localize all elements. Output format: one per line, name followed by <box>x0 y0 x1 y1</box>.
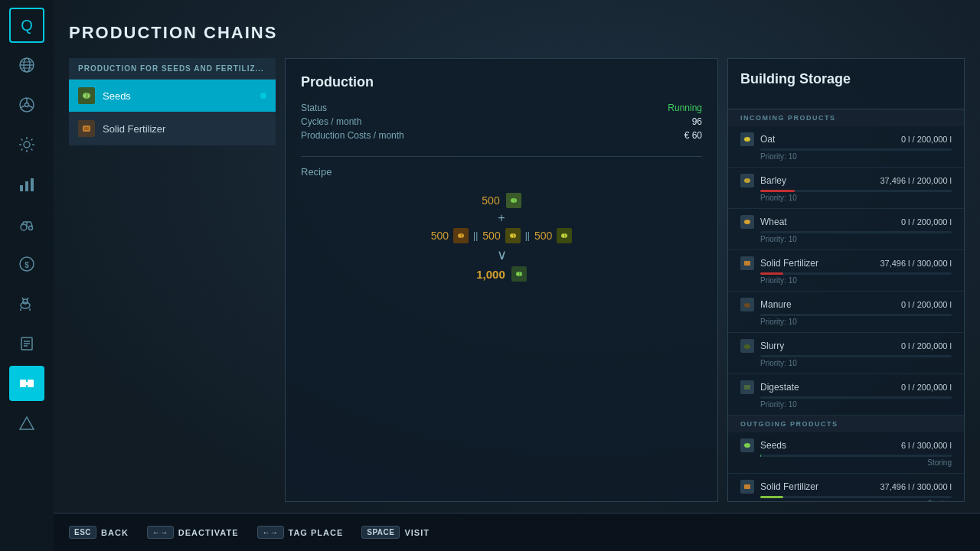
hotkey-back: ESC BACK <box>69 526 129 539</box>
wheat-name: Wheat <box>760 217 895 227</box>
svg-rect-51 <box>744 261 750 266</box>
output-amount: 1,000 <box>476 268 505 281</box>
storage-item-wheat: Wheat 0 l / 200,000 l Priority: 10 <box>728 209 964 250</box>
svg-marker-39 <box>20 417 34 429</box>
finance-icon: $ <box>18 256 35 272</box>
oat-priority: Priority: 10 <box>760 152 952 161</box>
tagplace-label: TAG PLACE <box>289 528 344 537</box>
bottom-bar: ESC BACK ←→ DEACTIVATE ←→ TAG PLACE SPAC… <box>54 513 980 551</box>
incoming-section-label: INCOMING PRODUCTS <box>728 109 964 126</box>
manure-amount: 0 l / 200,000 l <box>901 300 952 309</box>
fertilizer-item-name: Solid Fertilizer <box>103 123 266 135</box>
svg-point-6 <box>25 103 29 107</box>
seeds-out-bar <box>760 455 761 457</box>
svg-line-16 <box>31 149 33 151</box>
svg-rect-56 <box>744 484 750 489</box>
building-storage-title: Building Storage <box>740 71 952 87</box>
land-icon <box>18 415 35 432</box>
storage-item-barley: Barley 37,496 l / 200,000 l Priority: 10 <box>728 168 964 209</box>
recipe-flow: 500 + 500 <box>301 193 702 282</box>
manure-name: Manure <box>760 299 895 310</box>
svg-point-23 <box>29 227 33 230</box>
svg-line-15 <box>21 139 23 141</box>
outgoing-section-label: OUTGOING PRODUCTS <box>728 416 964 432</box>
storage-item-digestate: Digestate 0 l / 200,000 l Priority: 10 <box>728 374 964 416</box>
hotkey-deactivate: ←→ DEACTIVATE <box>147 526 239 539</box>
oat-name: Oat <box>760 134 895 145</box>
tractor-icon <box>18 216 35 233</box>
grain3-icon <box>557 228 572 243</box>
svg-point-22 <box>21 224 27 230</box>
wheat-amount: 0 l / 200,000 l <box>901 217 952 227</box>
wheat-icon <box>740 215 754 229</box>
esc-key: ESC <box>69 526 96 539</box>
main-content: PRODUCTION CHAINS PRODUCTION FOR SEEDS A… <box>54 0 980 551</box>
sidebar-item-animals[interactable] <box>9 286 44 321</box>
svg-point-52 <box>744 303 750 308</box>
seeds-item-icon <box>78 87 95 104</box>
sidebar-item-steering[interactable] <box>9 87 44 122</box>
manure-priority: Priority: 10 <box>760 318 952 326</box>
separator1: || <box>473 230 478 241</box>
seeds-item-name: Seeds <box>103 90 253 102</box>
slurry-priority: Priority: 10 <box>760 359 952 367</box>
storage-item-seeds-out: Seeds 6 l / 300,000 l Storing <box>728 432 964 474</box>
svg-point-46 <box>561 233 567 238</box>
solid-fertilizer-out-amount: 37,496 l / 300,000 l <box>880 482 952 491</box>
digestate-priority: Priority: 10 <box>760 400 952 409</box>
deactivate-key: ←→ <box>147 526 174 539</box>
digestate-bar-container <box>760 396 952 399</box>
seeds-out-icon <box>740 439 754 452</box>
solid-fertilizer-out-icon <box>740 480 754 494</box>
svg-rect-38 <box>24 382 30 385</box>
recipe-title: Recipe <box>301 166 702 178</box>
sidebar: Q <box>0 0 54 551</box>
storage-item-oat: Oat 0 l / 200,000 l Priority: 10 <box>728 126 964 168</box>
globe-icon <box>18 57 35 73</box>
sidebar-item-sun[interactable] <box>9 127 44 162</box>
cycles-label: Cycles / month <box>301 116 652 127</box>
contracts-icon <box>18 335 35 352</box>
back-label: BACK <box>101 528 129 537</box>
sidebar-item-q[interactable]: Q <box>9 8 44 43</box>
digestate-icon <box>740 380 754 394</box>
separator2: || <box>525 230 530 241</box>
grain1-icon <box>453 228 469 243</box>
svg-point-53 <box>744 344 750 349</box>
svg-rect-42 <box>84 127 89 130</box>
costs-label: Production Costs / month <box>301 130 652 141</box>
svg-line-8 <box>21 106 25 108</box>
space-key: SPACE <box>361 526 400 539</box>
seeds-status-dot <box>260 93 266 99</box>
sidebar-item-production[interactable] <box>9 366 44 401</box>
sidebar-item-globe[interactable] <box>9 47 44 83</box>
solid-fertilizer-in-amount: 37,496 l / 300,000 l <box>880 259 952 268</box>
production-icon <box>18 375 35 392</box>
solid-fertilizer-out-name: Solid Fertilizer <box>760 481 874 492</box>
oat-bar-container <box>760 148 952 151</box>
content-layout: PRODUCTION FOR SEEDS AND FERTILIZ... See… <box>69 58 965 502</box>
building-storage-header: Building Storage <box>728 59 964 109</box>
sidebar-item-contracts[interactable] <box>9 326 44 361</box>
sidebar-item-land[interactable] <box>9 406 44 441</box>
barley-bar <box>760 190 795 192</box>
hotkey-visit: SPACE VISIT <box>361 526 430 539</box>
oat-icon <box>740 132 754 146</box>
solid-fertilizer-out-bar-container <box>760 496 952 498</box>
building-storage-panel: Building Storage INCOMING PRODUCTS Oat 0… <box>727 58 965 502</box>
sidebar-item-finance[interactable]: $ <box>9 246 44 282</box>
animals-icon <box>18 295 35 312</box>
seeds-out-bar-container <box>760 455 952 457</box>
digestate-name: Digestate <box>760 382 895 393</box>
sidebar-item-chart[interactable] <box>9 167 44 202</box>
storage-items-list[interactable]: INCOMING PRODUCTS Oat 0 l / 200,000 l Pr… <box>728 109 964 501</box>
svg-point-48 <box>744 137 750 142</box>
production-item-fertilizer[interactable]: Solid Fertilizer <box>69 112 276 145</box>
production-panel-title: Production <box>301 74 702 90</box>
solid-fertilizer-in-priority: Priority: 10 <box>760 276 952 285</box>
storage-item-slurry: Slurry 0 l / 200,000 l Priority: 10 <box>728 333 964 374</box>
svg-point-45 <box>510 233 516 238</box>
production-item-seeds[interactable]: Seeds <box>69 80 276 112</box>
sidebar-item-tractor[interactable] <box>9 207 44 242</box>
barley-bar-container <box>760 190 952 192</box>
